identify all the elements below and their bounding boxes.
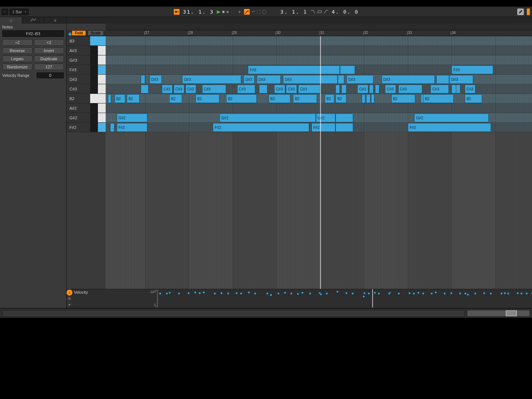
midi-note[interactable]: D#3 bbox=[382, 75, 435, 84]
automation-arm-button[interactable] bbox=[243, 8, 250, 15]
midi-note[interactable] bbox=[141, 75, 145, 84]
velocity-marker[interactable] bbox=[168, 291, 171, 294]
velocity-marker[interactable] bbox=[270, 294, 272, 296]
velocity-marker[interactable] bbox=[443, 292, 446, 295]
midi-note[interactable]: C#3 bbox=[398, 85, 422, 93]
velocity-marker[interactable] bbox=[345, 292, 348, 294]
piano-key-B3[interactable]: B3 bbox=[66, 36, 106, 46]
velocity-marker[interactable] bbox=[450, 292, 453, 294]
midi-note[interactable]: G#2 bbox=[316, 113, 335, 122]
velocity-plot[interactable] bbox=[157, 289, 532, 307]
midi-note[interactable]: B2 bbox=[226, 94, 257, 103]
midi-note[interactable]: B2 bbox=[465, 94, 482, 103]
velocity-marker[interactable] bbox=[430, 292, 433, 295]
song-position[interactable]: 31. 1. 3 bbox=[183, 9, 214, 15]
velocity-marker[interactable] bbox=[504, 292, 506, 294]
midi-note[interactable]: B2 bbox=[391, 94, 415, 103]
midi-note[interactable]: C#3 bbox=[237, 85, 256, 93]
velocity-marker[interactable] bbox=[240, 292, 242, 295]
midi-note[interactable]: B2 bbox=[269, 94, 290, 103]
velocity-marker[interactable] bbox=[516, 292, 519, 294]
midi-note[interactable]: C#3 bbox=[465, 85, 476, 93]
velocity-marker[interactable] bbox=[254, 292, 256, 295]
midi-note[interactable]: C#3 bbox=[357, 85, 368, 93]
marker-row[interactable] bbox=[106, 24, 532, 30]
midi-note[interactable]: F#3 bbox=[451, 65, 493, 74]
piano-roll[interactable]: B3A#3G#3F#3D#3C#3B2A#2G#2F#2 F#3F#3D#3D#… bbox=[66, 36, 532, 289]
midi-note[interactable]: C#3 bbox=[202, 85, 226, 93]
velocity-marker[interactable] bbox=[507, 292, 509, 295]
velocity-marker[interactable] bbox=[235, 292, 238, 294]
half-time-button[interactable]: ÷2 bbox=[2, 39, 33, 46]
midi-note[interactable]: D#3 bbox=[283, 75, 338, 84]
midi-note[interactable] bbox=[259, 85, 268, 93]
midi-note[interactable] bbox=[340, 65, 355, 74]
velocity-marker[interactable] bbox=[434, 291, 437, 294]
midi-note[interactable]: D#3 bbox=[150, 75, 162, 84]
velocity-marker[interactable] bbox=[309, 292, 311, 295]
midi-note[interactable]: C#3 bbox=[162, 85, 173, 93]
midi-note[interactable]: D#3 bbox=[449, 75, 473, 84]
midi-note[interactable]: F#2 bbox=[311, 123, 335, 132]
midi-note[interactable]: C#3 bbox=[185, 85, 197, 93]
piano-key-D#3[interactable]: D#3 bbox=[66, 75, 106, 84]
piano-key-A#3[interactable]: A#3 bbox=[66, 46, 106, 55]
velocity-marker[interactable] bbox=[284, 291, 286, 294]
midi-note[interactable]: D#3 bbox=[182, 75, 241, 84]
quantize-menu[interactable]: 1 Bar ▾ bbox=[10, 8, 29, 15]
playhead[interactable] bbox=[320, 36, 321, 289]
velocity-marker[interactable] bbox=[290, 292, 293, 295]
piano-key-F#2[interactable]: F#2 bbox=[66, 123, 106, 132]
velocity-marker[interactable] bbox=[525, 292, 528, 295]
velocity-marker[interactable] bbox=[214, 292, 216, 295]
velocity-marker[interactable] bbox=[464, 292, 467, 295]
midi-note[interactable]: G#2 bbox=[414, 113, 488, 122]
midi-note[interactable]: F#2 bbox=[213, 123, 309, 132]
tab-notes[interactable]: ♫ bbox=[0, 17, 22, 24]
randomize-button[interactable]: Randomize bbox=[2, 64, 33, 70]
velocity-marker[interactable] bbox=[388, 292, 391, 295]
midi-note[interactable] bbox=[338, 75, 344, 84]
midi-note[interactable]: B2 bbox=[335, 94, 347, 103]
velocity-marker[interactable] bbox=[467, 293, 469, 296]
double-time-button[interactable]: ×2 bbox=[34, 39, 64, 46]
tab-envelope[interactable] bbox=[22, 17, 44, 24]
midi-note[interactable]: C#3 bbox=[286, 85, 297, 93]
midi-note[interactable] bbox=[141, 85, 149, 93]
midi-note[interactable] bbox=[108, 94, 111, 103]
timeline-ruler[interactable]: ◉ Fold Scale 2728293031323334 bbox=[66, 30, 532, 36]
preview-button[interactable]: ◉ bbox=[68, 31, 72, 37]
piano-keys[interactable]: B3A#3G#3F#3D#3C#3B2A#2G#2F#2 bbox=[66, 36, 106, 289]
piano-key-B2[interactable]: B2 bbox=[66, 94, 106, 103]
velocity-marker[interactable] bbox=[320, 293, 322, 296]
midi-note[interactable] bbox=[371, 94, 374, 103]
velocity-marker[interactable] bbox=[351, 292, 354, 295]
midi-note[interactable]: D#3 bbox=[243, 75, 255, 84]
velocity-marker[interactable] bbox=[483, 292, 485, 294]
punch-out-icon[interactable] bbox=[324, 9, 329, 14]
velocity-marker[interactable] bbox=[297, 293, 299, 295]
lane-add-button[interactable]: ⊕ bbox=[66, 296, 72, 301]
draw-mode-button[interactable] bbox=[517, 8, 524, 15]
piano-key-G#2[interactable]: G#2 bbox=[66, 113, 106, 123]
midi-note[interactable] bbox=[335, 85, 340, 93]
midi-note[interactable]: B2 bbox=[423, 94, 454, 103]
velocity-marker[interactable] bbox=[325, 292, 328, 295]
midi-note[interactable]: C#3 bbox=[298, 85, 320, 93]
velocity-marker[interactable] bbox=[220, 292, 223, 294]
velocity-marker[interactable] bbox=[417, 291, 420, 294]
reverse-button[interactable]: Reverse bbox=[2, 47, 33, 54]
midi-note[interactable]: B2 bbox=[127, 94, 140, 103]
midi-note[interactable]: B2 bbox=[169, 94, 183, 103]
velocity-marker[interactable] bbox=[301, 291, 304, 294]
collapse-lane-button[interactable]: ↕ bbox=[66, 290, 72, 296]
midi-note[interactable]: B2 bbox=[195, 94, 219, 103]
velocity-marker[interactable] bbox=[277, 292, 280, 295]
loop-switch-icon[interactable] bbox=[317, 9, 322, 14]
velocity-marker[interactable] bbox=[520, 292, 523, 295]
midi-note[interactable]: B2 bbox=[293, 94, 317, 103]
clip-overview[interactable] bbox=[467, 310, 530, 317]
velocity-marker[interactable] bbox=[474, 292, 477, 295]
midi-note[interactable]: B2 bbox=[325, 94, 334, 103]
midi-note[interactable] bbox=[362, 94, 365, 103]
